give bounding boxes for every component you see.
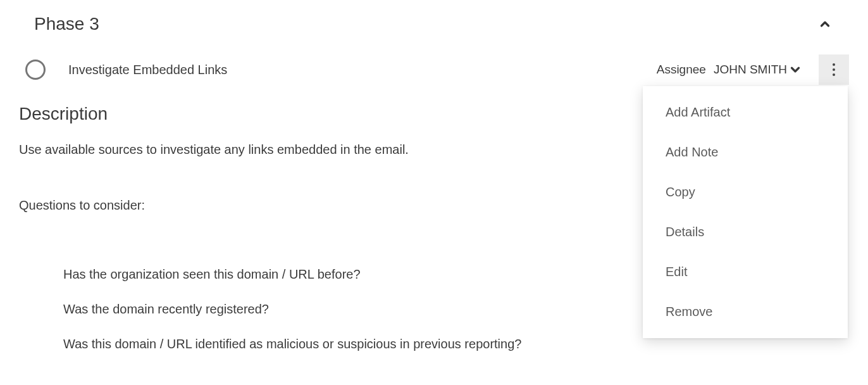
collapse-button[interactable] — [812, 11, 838, 37]
chevron-down-icon — [788, 63, 802, 77]
assignee-value: JOHN SMITH — [714, 63, 787, 77]
menu-item-copy[interactable]: Copy — [643, 172, 848, 212]
more-options-menu: Add Artifact Add Note Copy Details Edit … — [643, 86, 848, 338]
chevron-up-icon — [818, 17, 832, 31]
more-options-button[interactable] — [819, 54, 849, 85]
menu-item-add-artifact[interactable]: Add Artifact — [643, 92, 848, 132]
question-item: Was this domain / URL identified as mali… — [63, 337, 849, 351]
task-status-toggle[interactable] — [25, 60, 46, 80]
phase-title: Phase 3 — [34, 14, 99, 34]
assignee-dropdown[interactable]: JOHN SMITH — [714, 63, 802, 77]
assignee-label: Assignee — [657, 63, 706, 77]
menu-item-add-note[interactable]: Add Note — [643, 132, 848, 172]
task-title: Investigate Embedded Links — [68, 63, 227, 77]
menu-item-edit[interactable]: Edit — [643, 252, 848, 292]
menu-item-remove[interactable]: Remove — [643, 292, 848, 332]
menu-item-details[interactable]: Details — [643, 212, 848, 252]
kebab-icon — [833, 63, 835, 76]
